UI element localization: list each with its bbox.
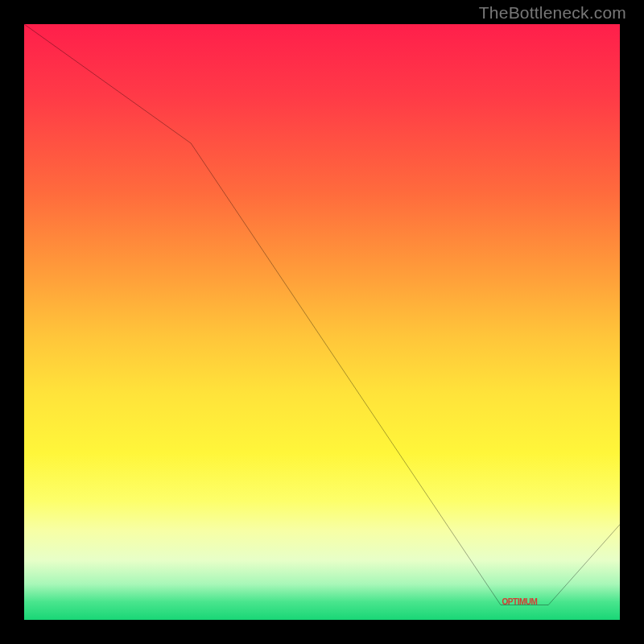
chart-frame: TheBottleneck.com OPTIMUM xyxy=(0,0,644,644)
chart-svg xyxy=(24,24,620,620)
bottleneck-curve xyxy=(24,24,620,605)
watermark-text: TheBottleneck.com xyxy=(479,3,626,23)
optimum-label: OPTIMUM xyxy=(502,597,538,606)
plot-area: OPTIMUM xyxy=(24,24,620,620)
